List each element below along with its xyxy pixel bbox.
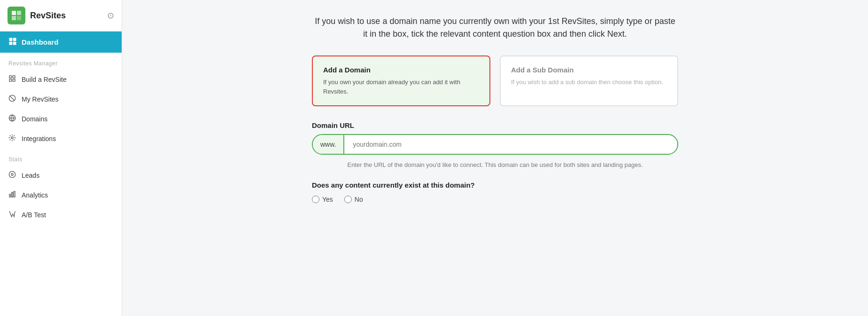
sidebar-item-domains[interactable]: Domains [0,109,122,129]
integrations-icon [8,134,16,143]
domains-icon [8,114,16,124]
svg-rect-20 [12,192,13,197]
my-revsites-label: My RevSites [22,95,59,103]
dashboard-label: Dashboard [22,38,58,46]
svg-line-13 [10,96,14,100]
sidebar-item-integrations[interactable]: Integrations [0,129,122,149]
add-subdomain-desc: If you wish to add a sub domain then cho… [511,78,667,87]
svg-rect-1 [17,11,21,15]
analytics-icon [8,190,16,200]
ab-test-icon [8,210,16,220]
ab-test-label: A/B Test [22,211,46,219]
card-option-add-subdomain[interactable]: Add a Sub Domain If you wish to add a su… [500,55,678,106]
sidebar-item-dashboard[interactable]: Dashboard [0,32,122,53]
svg-rect-4 [9,38,13,41]
radio-yes[interactable] [312,196,319,203]
domain-prefix: www. [313,135,344,154]
settings-icon[interactable]: ⊙ [107,10,114,21]
svg-point-16 [11,137,13,139]
add-domain-desc: If you own your domain already you can a… [323,78,479,96]
build-icon [8,75,16,84]
sidebar-item-leads[interactable]: Leads [0,166,122,185]
radio-group-content: Yes No [312,196,678,203]
sidebar-item-build-a-revsite[interactable]: Build a RevSite [0,70,122,89]
card-options-row: Add a Domain If you own your domain alre… [312,55,678,106]
logo-icon [8,7,25,24]
sidebar-item-my-revsites[interactable]: My RevSites [0,89,122,109]
section-label-stats: Stats [0,149,122,166]
domain-hint: Enter the URL of the domain you'd like t… [312,160,678,170]
add-subdomain-title: Add a Sub Domain [511,66,667,74]
app-name: RevSites [30,11,66,21]
svg-rect-7 [13,42,16,45]
build-revsite-label: Build a RevSite [22,76,67,83]
content-question-label: Does any content currently exist at this… [312,181,678,189]
radio-option-no[interactable]: No [344,196,363,203]
domain-input-wrapper: www. [312,134,678,155]
svg-rect-3 [17,16,21,20]
radio-no-label: No [355,196,363,203]
domains-label: Domains [22,115,47,123]
svg-rect-19 [9,194,11,197]
page-instruction: If you wish to use a domain name you cur… [312,15,678,40]
svg-point-18 [11,174,13,175]
integrations-label: Integrations [22,135,56,142]
svg-rect-2 [12,16,16,20]
leads-icon [8,171,16,180]
radio-yes-label: Yes [322,196,333,203]
svg-rect-0 [12,11,16,15]
svg-rect-8 [9,76,12,78]
svg-rect-11 [13,79,15,81]
sidebar-item-analytics[interactable]: Analytics [0,185,122,205]
radio-no[interactable] [344,196,352,203]
analytics-label: Analytics [22,191,48,199]
sidebar-item-ab-test[interactable]: A/B Test [0,205,122,225]
svg-rect-21 [14,191,15,197]
dashboard-icon [8,37,17,47]
sidebar: RevSites ⊙ Dashboard Revsites Manager Bu… [0,0,122,316]
svg-rect-9 [13,76,15,78]
svg-rect-10 [9,79,12,81]
domain-form-section: Domain URL www. Enter the URL of the dom… [312,121,678,203]
leads-label: Leads [22,172,39,179]
svg-rect-5 [13,38,16,41]
main-content: If you wish to use a domain name you cur… [122,0,868,316]
sidebar-logo-area: RevSites ⊙ [0,0,122,32]
domain-input[interactable] [344,135,677,154]
svg-rect-6 [9,42,13,45]
radio-option-yes[interactable]: Yes [312,196,333,203]
revsites-icon [8,95,16,104]
card-option-add-domain[interactable]: Add a Domain If you own your domain alre… [312,55,490,106]
domain-url-label: Domain URL [312,121,678,129]
svg-point-17 [9,171,15,177]
section-label-revsites-manager: Revsites Manager [0,53,122,70]
add-domain-title: Add a Domain [323,66,479,74]
